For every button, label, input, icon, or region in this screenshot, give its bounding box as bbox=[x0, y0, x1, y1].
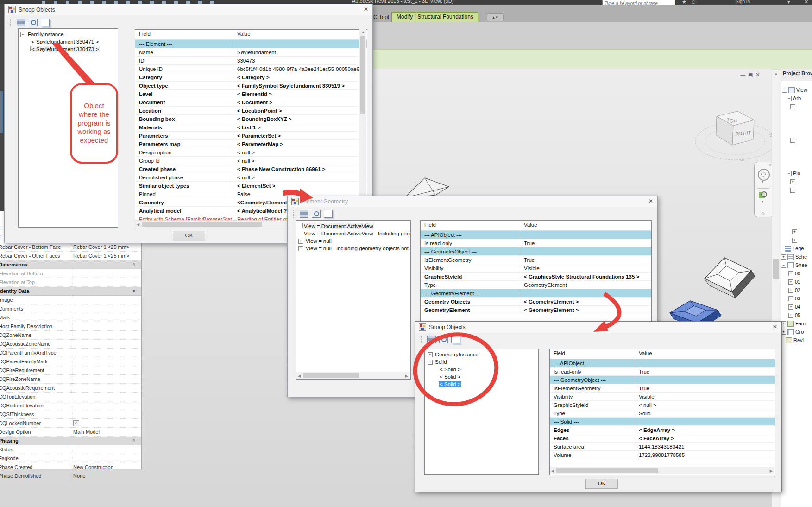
scroll-left-icon[interactable]: ◀ bbox=[298, 374, 301, 378]
tree-expander-icon[interactable]: + bbox=[788, 304, 793, 310]
grid-row[interactable]: Parameters< ParameterSet > bbox=[135, 132, 367, 140]
grid-row[interactable]: Category< Category > bbox=[135, 73, 367, 82]
grid-row[interactable]: VisibilityVisible bbox=[550, 393, 775, 401]
grid-row[interactable]: IsElementGeometryTrue bbox=[550, 384, 775, 393]
tree-expander-icon[interactable]: − bbox=[781, 263, 786, 268]
browser-tree-item[interactable]: + bbox=[781, 228, 812, 236]
browser-tree-item[interactable]: +Sche bbox=[781, 253, 812, 261]
close-icon[interactable]: ✕ bbox=[773, 323, 777, 330]
tree-expander-icon[interactable]: − bbox=[790, 188, 795, 193]
tree-expander-icon[interactable]: + bbox=[788, 279, 793, 285]
palette-value[interactable]: ✓ bbox=[71, 420, 141, 426]
palette-row[interactable]: CQSfThickness bbox=[0, 410, 141, 419]
browser-tree-item[interactable]: − bbox=[781, 136, 812, 144]
tree-node-child[interactable]: < Søylefundament 330473 > bbox=[19, 45, 118, 53]
scrollbar-thumb[interactable] bbox=[773, 259, 779, 279]
grid-row[interactable]: Object type< FamilySymbol Søylefundament… bbox=[135, 82, 367, 90]
grid-row[interactable]: GraphicStyleId< null > bbox=[550, 401, 775, 409]
tree-expander-icon[interactable]: + bbox=[788, 313, 793, 318]
grid-row[interactable]: NameSøylefundament bbox=[135, 48, 367, 57]
wheel-dropdown-icon[interactable]: ▾ bbox=[762, 180, 763, 184]
copy-icon[interactable] bbox=[41, 19, 50, 26]
palette-row[interactable]: Comments bbox=[0, 304, 141, 313]
close-icon[interactable]: ✕ bbox=[364, 6, 368, 13]
ribbon-tab-tool[interactable]: C Tool bbox=[373, 14, 389, 20]
tree-expander-icon[interactable]: − bbox=[787, 96, 792, 101]
palette-row[interactable]: CQTopElevation bbox=[0, 393, 141, 401]
grid-row[interactable]: Level< ElementId > bbox=[135, 90, 367, 98]
palette-row[interactable]: Mark bbox=[0, 313, 141, 322]
view-window-controls[interactable]: —▣✕ bbox=[740, 72, 773, 78]
tree-node[interactable]: −Solid bbox=[425, 358, 538, 366]
tree-expander-icon[interactable]: − bbox=[790, 104, 795, 109]
tree-expander-icon[interactable]: + bbox=[428, 352, 433, 357]
collapse-chevron-icon[interactable]: « bbox=[132, 263, 137, 266]
navbar-collapse-icon[interactable]: ⊖ bbox=[761, 211, 765, 216]
grid-row[interactable]: Similar object types< ElementSet > bbox=[135, 182, 367, 190]
grid-row[interactable]: Parameters map< ParameterMap > bbox=[135, 140, 367, 148]
browser-tree-item[interactable]: +Fam bbox=[781, 319, 812, 328]
tree-node[interactable]: < Solid > bbox=[425, 380, 538, 388]
grid-row[interactable]: Surface area1144,18343183421 bbox=[550, 443, 775, 451]
grid-row[interactable]: Edges< EdgeArray > bbox=[550, 426, 775, 434]
scroll-up-icon[interactable]: ▲ bbox=[361, 30, 365, 34]
snoop2-property-grid[interactable]: FieldValue--- APIObject ---Is read-onlyT… bbox=[549, 349, 775, 475]
snoop2-grid-hscrollbar[interactable]: ◀ ▶ bbox=[550, 467, 774, 474]
palette-row[interactable]: CQAcousticRequirement bbox=[0, 384, 141, 393]
help-dropdown-icon[interactable]: ▾ bbox=[787, 0, 790, 5]
tree-node[interactable]: View = Document.ActiveView bbox=[296, 222, 410, 230]
palette-group-header[interactable]: Phasing« bbox=[0, 437, 141, 445]
print-preview-icon[interactable] bbox=[312, 210, 321, 218]
column-value-header[interactable]: Value bbox=[635, 349, 775, 359]
tree-expander-icon[interactable]: + bbox=[792, 229, 797, 234]
grid-row[interactable]: Demolished phase< null > bbox=[135, 173, 367, 182]
sign-in-label[interactable]: Sign In bbox=[736, 0, 750, 4]
tree-expander-icon[interactable]: + bbox=[788, 271, 793, 276]
grid-row[interactable]: --- GeometryElement --- bbox=[421, 289, 651, 298]
browser-tree-item[interactable]: Lege bbox=[781, 244, 812, 253]
scroll-right-icon[interactable]: ▶ bbox=[770, 469, 773, 473]
zoom-tool-icon[interactable] bbox=[759, 192, 765, 198]
tree-expander-icon[interactable]: + bbox=[298, 246, 303, 251]
view-close-icon[interactable]: ✕ bbox=[755, 72, 762, 77]
tree-expander-icon[interactable]: − bbox=[428, 360, 433, 365]
grid-row[interactable]: Document< Document > bbox=[135, 98, 367, 107]
grid-row[interactable]: --- APIObject --- bbox=[550, 359, 775, 368]
palette-value[interactable]: Rebar Cover 1 <25 mm> bbox=[71, 253, 141, 259]
account-icon[interactable]: ☺ bbox=[691, 0, 696, 5]
palette-row[interactable]: Rebar Cover - Other FacesRebar Cover 1 <… bbox=[0, 252, 141, 260]
tree-node-child[interactable]: < Søylefundament 330471 > bbox=[19, 38, 118, 45]
print-preview-icon[interactable] bbox=[439, 336, 448, 343]
eg-tree-hscrollbar[interactable]: ◀ ▶ bbox=[296, 372, 409, 379]
scroll-left-icon[interactable]: ◀ bbox=[137, 222, 139, 227]
scroll-right-icon[interactable]: ▶ bbox=[405, 374, 408, 378]
browser-tree-item[interactable]: +02 bbox=[781, 286, 812, 294]
tree-node[interactable]: +View = null - Including geometry object… bbox=[296, 245, 410, 252]
zoom-dropdown-icon[interactable]: ▾ bbox=[762, 199, 763, 203]
palette-row[interactable]: Image bbox=[0, 296, 141, 304]
grid-row[interactable]: --- APIObject --- bbox=[421, 231, 651, 239]
grid-row[interactable]: Created phase< Phase New Construction 86… bbox=[135, 165, 367, 173]
browser-tree-item[interactable]: +Gro bbox=[781, 328, 812, 336]
grid-row[interactable]: Bounding box< BoundingBoxXYZ > bbox=[135, 115, 367, 123]
column-value-header[interactable]: Value bbox=[520, 221, 651, 230]
project-browser-tree[interactable]: −View−Arb−−−Plo+−++Lege+Sche−Shee+00+01+… bbox=[781, 81, 812, 344]
palette-row[interactable]: CQZoneName bbox=[0, 331, 141, 340]
palette-row[interactable]: Rebar Cover - Bottom FaceRebar Cover 1 <… bbox=[0, 243, 141, 252]
tree-expander-icon[interactable]: + bbox=[792, 238, 797, 243]
palette-group-header[interactable]: Identity Data« bbox=[0, 287, 141, 296]
grid-row[interactable]: --- Element --- bbox=[135, 40, 367, 48]
browser-tree-item[interactable]: +01 bbox=[781, 278, 812, 286]
scrollbar-up-icon[interactable]: ▲ bbox=[774, 71, 778, 76]
search-go-icon[interactable]: ≡ bbox=[674, 0, 677, 5]
grid-row[interactable]: Materials< List`1 > bbox=[135, 123, 367, 132]
grid-row[interactable]: Group Id< null > bbox=[135, 157, 367, 165]
grid-row[interactable]: Is read-onlyTrue bbox=[421, 239, 651, 247]
ribbon-collapse-button[interactable]: ▴ ▾ bbox=[487, 13, 504, 21]
grid-row[interactable]: Faces< FaceArray > bbox=[550, 434, 775, 443]
tree-expander-icon[interactable]: + bbox=[790, 179, 795, 184]
palette-row[interactable]: Elevation at Bottom bbox=[0, 269, 141, 278]
grid-row[interactable]: Design option< null > bbox=[135, 148, 367, 157]
ribbon-tab-modify-structural-foundations[interactable]: Modify | Structural Foundations bbox=[391, 12, 478, 23]
checkbox-checked-icon[interactable]: ✓ bbox=[73, 420, 79, 426]
